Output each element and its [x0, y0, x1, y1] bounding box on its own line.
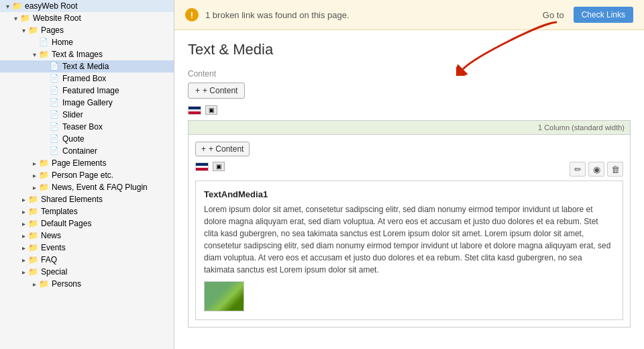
page-icon-featured-image — [50, 86, 60, 95]
sidebar-label-page-elements: Page Elements — [52, 158, 106, 168]
sidebar-item-news-event-faq[interactable]: ▸News, Event & FAQ Plugin — [0, 181, 174, 193]
content-lang-bar: ▣ — [195, 162, 225, 171]
sidebar-item-news[interactable]: ▸News — [0, 230, 174, 242]
folder-icon-easyweb-root — [12, 1, 23, 11]
sidebar-label-home: Home — [52, 38, 73, 47]
folder-icon-faq — [28, 255, 39, 264]
sidebar: ▾easyWeb Root▾Website Root▾Pages Home▾Te… — [0, 0, 174, 349]
page-icon-text-media — [50, 62, 60, 71]
text-content-block: TextAndMedia1 Lorem ipsum dolor sit amet… — [195, 181, 623, 320]
tree-arrow-faq: ▸ — [19, 256, 28, 264]
section-label: Content — [188, 69, 631, 79]
tree-arrow-templates: ▸ — [19, 208, 28, 215]
check-links-button[interactable]: Check Links — [574, 7, 633, 23]
sidebar-item-quote[interactable]: Quote — [0, 133, 174, 145]
sidebar-item-easyweb-root[interactable]: ▾easyWeb Root — [0, 0, 174, 12]
sidebar-label-faq: FAQ — [41, 255, 57, 264]
tree-arrow-events: ▸ — [19, 244, 28, 252]
sidebar-item-events[interactable]: ▸Events — [0, 242, 174, 254]
add-content-inner-bar: + + Content — [195, 142, 623, 156]
add-content-button[interactable]: + + Content — [188, 83, 245, 99]
sidebar-item-default-pages[interactable]: ▸Default Pages — [0, 217, 174, 230]
sidebar-item-home[interactable]: Home — [0, 36, 174, 48]
sidebar-item-teaser-box[interactable]: Teaser Box — [0, 121, 174, 133]
sidebar-label-default-pages: Default Pages — [41, 219, 91, 228]
folder-icon-templates — [28, 207, 39, 216]
sidebar-label-framed-box: Framed Box — [62, 74, 106, 83]
folder-icon-website-root — [20, 13, 31, 23]
content-us-flag — [195, 162, 209, 171]
tree-arrow-text-images: ▾ — [30, 51, 39, 58]
content-body: Lorem ipsum dolor sit amet, consetetur s… — [204, 203, 614, 276]
folder-icon-person-page — [39, 170, 50, 180]
add-content-plus: + — [195, 86, 200, 95]
alert-message: 1 broken link was found on this page. — [205, 10, 536, 20]
delete-button[interactable]: 🗑 — [607, 162, 623, 177]
content-lang-box[interactable]: ▣ — [213, 162, 225, 171]
sidebar-label-shared-elements: Shared Elements — [41, 195, 103, 204]
content-thumbnail — [204, 281, 244, 311]
folder-icon-special — [28, 267, 39, 277]
toggle-button[interactable]: ◉ — [588, 162, 604, 177]
language-bar: ▣ — [188, 105, 631, 115]
sidebar-label-quote: Quote — [62, 134, 85, 144]
add-content-inner-button[interactable]: + + Content — [195, 142, 250, 156]
sidebar-item-image-gallery[interactable]: Image Gallery — [0, 97, 174, 109]
sidebar-item-text-images[interactable]: ▾Text & Images — [0, 48, 174, 60]
sidebar-item-framed-box[interactable]: Framed Box — [0, 72, 174, 85]
sidebar-item-slider[interactable]: Slider — [0, 109, 174, 121]
sidebar-label-person-page: Person Page etc. — [52, 170, 113, 180]
sidebar-label-container: Container — [62, 146, 97, 156]
sidebar-item-person-page[interactable]: ▸Person Page etc. — [0, 169, 174, 181]
edit-button[interactable]: ✏ — [570, 162, 586, 177]
page-title: Text & Media — [188, 41, 631, 58]
sidebar-label-pages: Pages — [41, 26, 64, 35]
content-item-bar: ▣ ✏ ◉ 🗑 — [195, 162, 623, 177]
sidebar-item-page-elements[interactable]: ▸Page Elements — [0, 157, 174, 169]
sidebar-item-container[interactable]: Container — [0, 145, 174, 157]
tree-arrow-news: ▸ — [19, 232, 28, 240]
page-icon-teaser-box — [50, 122, 60, 132]
sidebar-label-templates: Templates — [41, 207, 78, 216]
folder-icon-news — [28, 231, 39, 240]
sidebar-item-pages[interactable]: ▾Pages — [0, 24, 174, 36]
page-icon-home — [39, 38, 50, 47]
tree-arrow-default-pages: ▸ — [19, 220, 28, 228]
sidebar-item-website-root[interactable]: ▾Website Root — [0, 12, 174, 24]
page-icon-framed-box — [50, 74, 60, 83]
page-area: Text & Media Content + + Con — [174, 30, 644, 345]
sidebar-label-teaser-box: Teaser Box — [62, 122, 103, 132]
column-block: 1 Column (standard width) + + Content — [188, 120, 631, 328]
us-flag-icon — [188, 106, 201, 115]
sidebar-item-faq[interactable]: ▸FAQ — [0, 254, 174, 266]
sidebar-label-featured-image: Featured Image — [62, 86, 119, 95]
tree-arrow-pages: ▾ — [19, 27, 28, 34]
page-icon-image-gallery — [50, 98, 60, 107]
sidebar-item-persons[interactable]: ▸Persons — [0, 278, 174, 290]
folder-icon-page-elements — [39, 158, 50, 168]
tree-arrow-shared-elements: ▸ — [19, 196, 28, 203]
sidebar-label-news-event-faq: News, Event & FAQ Plugin — [52, 183, 148, 192]
sidebar-label-events: Events — [41, 243, 66, 252]
sidebar-label-special: Special — [41, 267, 67, 277]
sidebar-item-templates[interactable]: ▸Templates — [0, 205, 174, 217]
content-title: TextAndMedia1 — [204, 189, 614, 199]
sidebar-label-text-media: Text & Media — [62, 62, 109, 71]
folder-icon-default-pages — [28, 219, 39, 228]
sidebar-item-shared-elements[interactable]: ▸Shared Elements — [0, 193, 174, 205]
sidebar-label-news: News — [41, 231, 61, 240]
goto-label: Go to — [543, 10, 564, 20]
content-item-actions: ✏ ◉ 🗑 — [570, 162, 623, 177]
sidebar-label-website-root: Website Root — [33, 13, 81, 23]
sidebar-item-text-media[interactable]: Text & Media — [0, 60, 174, 72]
sidebar-item-special[interactable]: ▸Special — [0, 266, 174, 278]
sidebar-item-featured-image[interactable]: Featured Image — [0, 85, 174, 97]
tree-arrow-website-root: ▾ — [11, 15, 20, 22]
page-icon-slider — [50, 110, 60, 119]
folder-icon-news-event-faq — [39, 183, 50, 192]
tree-arrow-special: ▸ — [19, 268, 28, 276]
lang-box-icon[interactable]: ▣ — [205, 105, 217, 115]
add-icon: + — [201, 144, 206, 154]
add-content-inner-label: + Content — [209, 144, 244, 154]
folder-icon-shared-elements — [28, 195, 39, 204]
